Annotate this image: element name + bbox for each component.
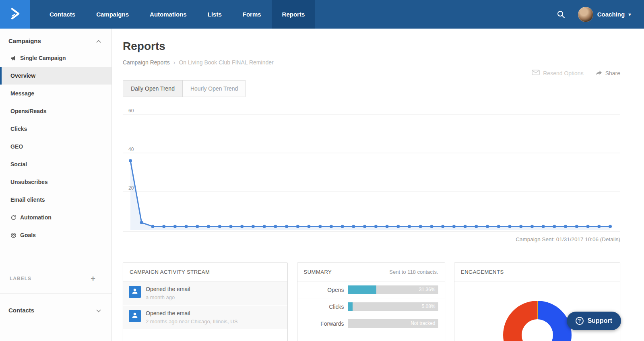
card-title: CAMPAIGN ACTIVITY STREAM <box>130 269 210 275</box>
opens-bar-fill <box>348 285 376 294</box>
sidebar-item-label: Message <box>10 90 34 97</box>
summary-card: SUMMARY Sent to 118 contacts. Opens 31.3… <box>297 262 445 341</box>
sidebar: Campaigns Single Campaign Overview Messa… <box>0 29 112 341</box>
tab-hourly-open-trend[interactable]: Hourly Open Trend <box>183 81 246 97</box>
chevron-down-icon <box>96 307 101 314</box>
activity-meta: 2 months ago near Chicago, Illinois, US <box>146 318 237 324</box>
share-button[interactable]: Share <box>596 70 620 76</box>
account-name: Coaching <box>597 11 625 18</box>
summary-label: Forwards <box>304 320 344 327</box>
forwards-bar: Not tracked <box>348 319 438 328</box>
share-icon <box>596 70 602 76</box>
activity-item[interactable]: Opened the email 2 months ago near Chica… <box>123 306 287 330</box>
nav-automations[interactable]: Automations <box>139 0 197 29</box>
breadcrumb-campaign-reports[interactable]: Campaign Reports <box>123 59 170 66</box>
details-link[interactable]: (Details) <box>600 236 620 242</box>
sidebar-item-geo[interactable]: GEO <box>0 138 111 155</box>
card-header: CAMPAIGN ACTIVITY STREAM <box>123 263 287 281</box>
support-label: Support <box>588 317 612 324</box>
sidebar-item-label: GEO <box>10 143 23 150</box>
user-avatar[interactable] <box>578 7 593 22</box>
search-icon[interactable] <box>553 6 569 23</box>
opens-value: 31.36% <box>419 285 436 294</box>
support-button[interactable]: ? Support <box>567 312 621 330</box>
daily-open-trend-chart: 204060 <box>123 102 620 231</box>
sidebar-item-label: Social <box>10 161 27 167</box>
opens-bar: 31.36% <box>348 285 438 294</box>
sidebar-item-label: Clicks <box>10 126 27 132</box>
person-icon <box>131 287 138 296</box>
campaign-sent-text: Campaign Sent: 01/31/2017 10:06 <box>516 236 600 242</box>
campaign-sent-info: Campaign Sent: 01/31/2017 10:06 (Details… <box>123 236 620 242</box>
sidebar-item-overview[interactable]: Overview <box>0 67 111 85</box>
top-navigation: Contacts Campaigns Automations Lists For… <box>0 0 644 29</box>
envelope-icon <box>532 70 540 76</box>
page-title: Reports <box>123 40 620 53</box>
breadcrumb: Campaign Reports › On Living Book Club F… <box>123 59 620 66</box>
nav-forms[interactable]: Forms <box>232 0 272 29</box>
sidebar-item-clicks[interactable]: Clicks <box>0 120 111 138</box>
sidebar-item-unsubscribes[interactable]: Unsubscribes <box>0 173 111 191</box>
activity-title: Opened the email <box>146 310 237 316</box>
share-label: Share <box>605 70 620 76</box>
nav-campaigns[interactable]: Campaigns <box>86 0 139 29</box>
svg-text:60: 60 <box>128 108 134 114</box>
clicks-value: 5.08% <box>421 302 435 311</box>
summary-label: Opens <box>304 287 344 293</box>
chevron-down-icon: ▼ <box>627 12 632 17</box>
sidebar-section-campaigns[interactable]: Campaigns <box>0 33 111 49</box>
breadcrumb-current: On Living Book Club FINAL Reminder <box>179 59 273 66</box>
summary-row-opens: Opens 31.36% <box>297 281 445 298</box>
contact-avatar <box>129 286 141 298</box>
activecampaign-logo[interactable] <box>0 0 30 29</box>
breadcrumb-separator: › <box>173 59 175 66</box>
target-icon <box>10 232 17 238</box>
card-title: SUMMARY <box>304 269 332 275</box>
activecampaign-logo-icon <box>8 6 23 23</box>
summary-label: Clicks <box>304 304 344 310</box>
add-label-button[interactable]: + <box>91 275 95 283</box>
sidebar-item-social[interactable]: Social <box>0 155 111 173</box>
sidebar-item-label: Automation <box>20 214 52 221</box>
sidebar-divider <box>0 253 111 253</box>
sidebar-item-label: Overview <box>10 72 35 79</box>
sidebar-item-label: Single Campaign <box>20 55 66 61</box>
sidebar-item-email-clients[interactable]: Email clients <box>0 191 111 209</box>
card-header: ENGAGEMENTS <box>454 263 620 281</box>
sidebar-item-opens-reads[interactable]: Opens/Reads <box>0 102 111 120</box>
sidebar-section-title: Campaigns <box>8 37 41 44</box>
donut-hole <box>522 319 553 341</box>
forwards-value: Not tracked <box>411 319 435 328</box>
sent-to-contacts-label: Sent to 118 contacts. <box>389 269 438 275</box>
activity-item[interactable]: Opened the email a month ago <box>123 281 287 306</box>
sidebar-divider <box>0 293 111 294</box>
header-actions: Resend Options Share <box>532 70 620 76</box>
engagements-donut-chart <box>503 301 572 341</box>
sidebar-item-message[interactable]: Message <box>0 85 111 102</box>
card-title: ENGAGEMENTS <box>461 269 504 275</box>
summary-row-clicks: Clicks 5.08% <box>297 298 445 315</box>
clicks-bar-fill <box>348 302 353 311</box>
trend-tabs: Daily Open Trend Hourly Open Trend <box>123 80 246 97</box>
main-content: Reports Resend Options Share Campaign Re… <box>112 29 644 341</box>
question-icon: ? <box>576 317 584 325</box>
nav-lists[interactable]: Lists <box>197 0 232 29</box>
resend-options-button[interactable]: Resend Options <box>532 70 583 76</box>
nav-items: Contacts Campaigns Automations Lists For… <box>39 0 315 29</box>
sidebar-section-title: Contacts <box>8 307 34 314</box>
cards-row: CAMPAIGN ACTIVITY STREAM Opened the emai… <box>123 262 620 341</box>
nav-reports[interactable]: Reports <box>272 0 316 29</box>
tab-daily-open-trend[interactable]: Daily Open Trend <box>123 81 183 97</box>
account-menu[interactable]: Coaching ▼ <box>597 11 632 18</box>
activity-text: Opened the email a month ago <box>146 286 190 300</box>
sidebar-section-contacts[interactable]: Contacts <box>0 300 111 321</box>
activity-title: Opened the email <box>146 286 190 292</box>
nav-contacts[interactable]: Contacts <box>39 0 86 29</box>
sidebar-item-automation[interactable]: Automation <box>0 209 111 226</box>
clicks-bar: 5.08% <box>348 302 438 311</box>
svg-text:40: 40 <box>128 147 134 152</box>
activity-text: Opened the email 2 months ago near Chica… <box>146 310 237 324</box>
sidebar-item-single-campaign[interactable]: Single Campaign <box>0 49 111 67</box>
sidebar-item-goals[interactable]: Goals <box>0 226 111 244</box>
campaign-activity-stream-card: CAMPAIGN ACTIVITY STREAM Opened the emai… <box>123 262 288 341</box>
